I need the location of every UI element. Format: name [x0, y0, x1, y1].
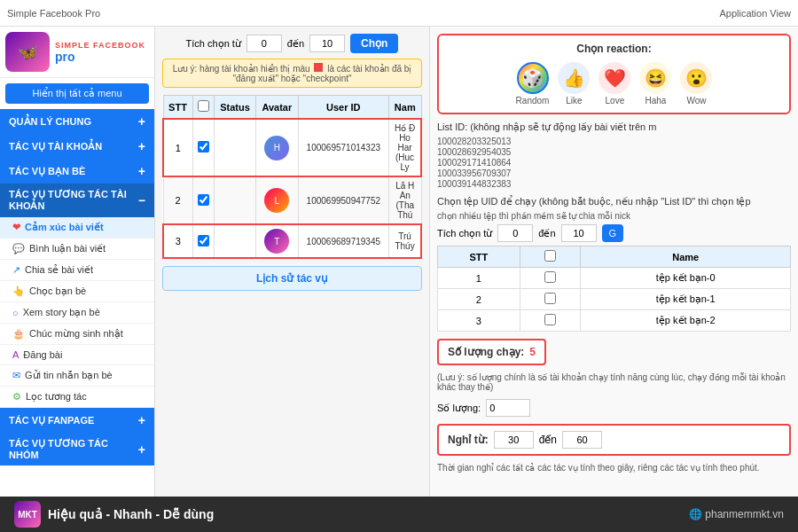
so-luong-input-row: Số lượng: [437, 399, 791, 417]
list-id-section: List ID: (không nhập sẽ tự động lấy bài … [437, 121, 791, 189]
tich-chon-from-input[interactable] [246, 35, 282, 52]
file-row2-check[interactable] [544, 293, 556, 304]
avatar: H [264, 136, 289, 160]
row3-avatar: T [256, 224, 298, 258]
footer-logo-icon: MKT [14, 501, 41, 528]
window-menu: Application View [719, 8, 791, 19]
reaction-wow[interactable]: 😮 Wow [680, 62, 712, 106]
sidebar-item-loc-tuong-tac[interactable]: ⚙ Lọc tương tác [0, 387, 154, 408]
sidebar-section-quan-ly: QUẢN LÝ CHUNG + [0, 109, 154, 134]
tich-chon-to-input[interactable] [309, 35, 345, 52]
app-header: Simple Facebook Pro Application View [0, 0, 798, 27]
sidebar-section-nhom-header[interactable]: TÁC VỤ TƯƠNG TÁC NHÓM + [0, 433, 154, 466]
footer-right: 🌐 phanmemmkt.vn [689, 508, 784, 520]
reaction-haha[interactable]: 😆 Haha [639, 62, 671, 106]
post-icon: A [12, 349, 19, 360]
globe-icon: 🌐 [689, 508, 702, 520]
file-row: 3 tệp kết bạn-2 [438, 310, 791, 332]
file-col-stt: STT [438, 246, 520, 268]
sidebar-section-tai-khoan: TÁC VỤ TÀI KHOẢN + [0, 134, 154, 159]
reaction-random[interactable]: 🎲 Random [516, 62, 550, 106]
lich-su-tac-vu: Lịch sử tác vụ [162, 266, 422, 291]
sidebar-section-fanpage-header[interactable]: TÁC VỤ FANPAGE + [0, 408, 154, 433]
note-row: Lưu ý: hàng tài khoản hiển thị màu là cá… [162, 59, 422, 88]
sidebar-item-chia-se[interactable]: ↗ Chia sẻ bài viết [0, 260, 154, 281]
sidebar-section-quan-ly-header[interactable]: QUẢN LÝ CHUNG + [0, 109, 154, 134]
row2-check[interactable] [192, 176, 214, 224]
tich-chon-den-label: đến [287, 38, 304, 50]
file-table: STT Name 1 tệp kết bạn-0 2 [437, 246, 791, 332]
tich-chon-label: Tích chọn từ [186, 38, 241, 50]
sidebar-item-dang-bai[interactable]: A Đăng bài [0, 345, 154, 365]
file-select-all[interactable] [544, 250, 556, 262]
row2-userid: 100069950947752 [298, 176, 388, 224]
tich-chon-label2: Tích chọn từ [437, 228, 492, 239]
accounts-table: STT Status Avatar User ID Nam 1 H 100 [162, 95, 422, 259]
col-userid: User ID [298, 96, 388, 120]
story-icon: ○ [12, 308, 19, 318]
tich-chon-to2-input[interactable] [561, 224, 597, 242]
tich-chon-row2: Tích chọn từ đến G [437, 224, 791, 242]
reaction-love[interactable]: ❤️ Love [598, 62, 630, 106]
row3-check[interactable] [192, 224, 214, 258]
sidebar-section-tuong-tac: TÁC VỤ TƯƠNG TÁC TÀI KHOẢN − ❤ Cảm xúc b… [0, 184, 154, 408]
file-row1-check[interactable] [544, 271, 556, 283]
expand-icon-4: + [138, 413, 145, 427]
sidebar-item-cam-xuc[interactable]: ❤ Cảm xúc bài viết [0, 217, 154, 239]
share-icon: ↗ [12, 264, 20, 276]
row1-name: Hồ ĐHoHar(HucLy [389, 119, 421, 176]
table-row: 2 L 100069950947752 Lã HAn(ThaThú [163, 176, 421, 224]
avatar: L [264, 188, 289, 213]
birthday-icon: 🎂 [12, 328, 25, 340]
row3-stt: 3 [163, 224, 192, 258]
table-row: 1 H 100069571014323 Hồ ĐHoHar(HucLy [163, 119, 421, 176]
sidebar-item-choc-ban-be[interactable]: 👆 Chọc bạn bè [0, 281, 154, 302]
reaction-box: Chọn reaction: 🎲 Random 👍 Like ❤️ Love [437, 34, 791, 114]
select-all-checkbox[interactable] [198, 100, 209, 112]
sidebar-section-fanpage: TÁC VỤ FANPAGE + [0, 408, 154, 433]
sidebar-section-ban-be-header[interactable]: TÁC VỤ BẠN BÈ + [0, 159, 154, 184]
nghi-to-input[interactable] [562, 431, 602, 449]
sidebar-section-tai-khoan-header[interactable]: TÁC VỤ TÀI KHOẢN + [0, 134, 154, 159]
sidebar-item-chuc-mung[interactable]: 🎂 Chúc mừng sinh nhật [0, 324, 154, 345]
sidebar-section-ban-be: TÁC VỤ BẠN BÈ + [0, 159, 154, 184]
expand-icon-5: + [138, 442, 145, 457]
col-check [192, 96, 214, 120]
col-stt: STT [163, 96, 192, 120]
sidebar-section-tuong-tac-header[interactable]: TÁC VỤ TƯƠNG TÁC TÀI KHOẢN − [0, 184, 154, 217]
sidebar-item-gui-tin-nhan[interactable]: ✉ Gửi tin nhắn bạn bè [0, 365, 154, 387]
table-row: 3 T 100069689719345 TrúThúy [163, 224, 421, 258]
logo-text: SIMPLE FACEBOOK pro [55, 41, 145, 64]
reaction-title: Chọn reaction: [446, 43, 782, 55]
row1-userid: 100069571014323 [298, 119, 388, 176]
love-icon: ❤️ [598, 62, 630, 94]
file-row: 2 tệp kết bạn-1 [438, 289, 791, 310]
right-panel: Chọn reaction: 🎲 Random 👍 Like ❤️ Love [430, 27, 798, 497]
col-name: Nam [389, 96, 421, 120]
reaction-like[interactable]: 👍 Like [558, 62, 590, 106]
tich-chon-row: Tích chọn từ đến Chọn [162, 34, 422, 53]
nghi-box: Nghỉ từ: đến [437, 424, 791, 456]
chon-button[interactable]: Chọn [350, 34, 398, 53]
chon2-button[interactable]: G [602, 224, 624, 242]
nghi-from-input[interactable] [494, 431, 534, 449]
show-menu-button[interactable]: Hiển thị tất cả menu [5, 83, 149, 104]
row1-check[interactable] [192, 119, 214, 176]
row1-status [214, 119, 255, 176]
file-row: 1 tệp kết bạn-0 [438, 268, 791, 289]
so-luong-chay-area: Số lượng chạy: 5 [437, 339, 791, 365]
so-luong-input[interactable] [486, 399, 530, 417]
random-icon: 🎲 [517, 62, 549, 94]
tich-chon-from2-input[interactable] [497, 224, 533, 242]
sidebar-item-binh-luan[interactable]: 💬 Bình luận bài viết [0, 239, 154, 260]
haha-icon: 😆 [639, 62, 671, 94]
row2-status [214, 176, 255, 224]
sidebar-item-xem-story[interactable]: ○ Xem story bạn bè [0, 302, 154, 324]
row3-name: TrúThúy [389, 224, 421, 258]
heart-icon: ❤ [12, 222, 20, 233]
chon-tep-note: chọn nhiều tệp thì phần mềm sẽ tự chia m… [437, 211, 791, 221]
file-row3-check[interactable] [544, 314, 556, 325]
logo-pro: pro [55, 50, 145, 64]
thoi-gian-note: Thời gian nghỉ các tất cả các tác vụ tín… [437, 463, 791, 473]
footer: MKT Hiệu quả - Nhanh - Dễ dùng 🌐 phanmem… [0, 497, 798, 532]
